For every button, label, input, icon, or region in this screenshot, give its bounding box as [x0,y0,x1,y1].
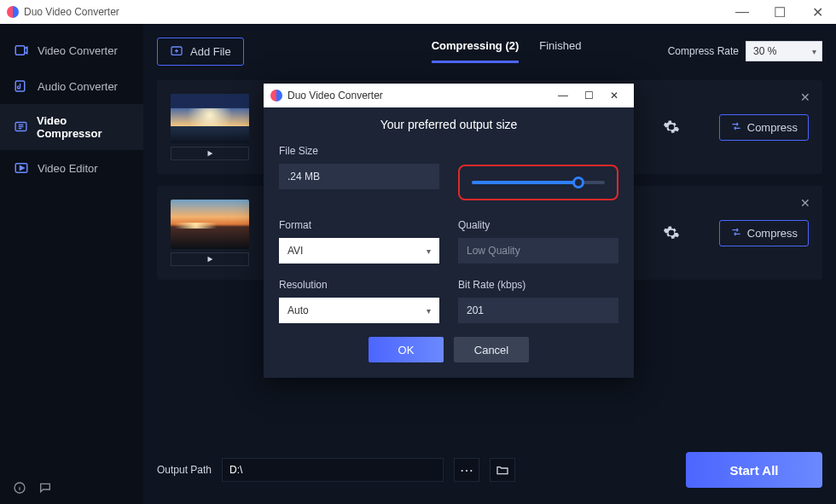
sidebar-item-label: Audio Converter [38,80,118,93]
compress-rate-label: Compress Rate [668,45,739,57]
file-size-label: File Size [279,145,439,157]
compress-rate-value: 30 % [753,45,776,57]
svg-rect-0 [15,46,25,55]
dialog-titlebar: Duo Video Converter ― ☐ ✕ [264,84,634,107]
add-file-icon [170,43,183,60]
tab-compressing[interactable]: Compressing (2) [432,39,520,63]
sidebar-item-video-compressor[interactable]: Video Compressor [0,104,143,150]
resolution-select[interactable]: Auto▾ [279,298,439,323]
cancel-button[interactable]: Cancel [454,337,529,362]
sidebar-item-video-converter[interactable]: Video Converter [0,32,143,68]
dialog-minimize-button[interactable]: ― [550,90,576,101]
bitrate-input[interactable]: 201 [458,298,618,323]
settings-gear-icon[interactable] [661,223,682,243]
remove-item-button[interactable]: ✕ [800,90,810,104]
window-minimize-button[interactable]: ― [723,0,761,24]
compress-label: Compress [747,121,798,134]
chevron-down-icon: ▾ [427,306,431,316]
file-size-slider[interactable] [458,165,618,200]
video-converter-icon [14,43,29,58]
sidebar-item-label: Video Compressor [37,114,130,140]
play-button[interactable] [171,252,249,266]
compress-label: Compress [747,227,798,240]
dialog-heading: Your preferred output size [279,118,618,131]
sidebar-item-audio-converter[interactable]: Audio Converter [0,68,143,104]
output-path-label: Output Path [157,464,212,476]
resolution-label: Resolution [279,279,439,291]
tab-finished[interactable]: Finished [539,39,581,63]
compress-icon [730,120,742,135]
format-label: Format [279,219,439,231]
sidebar-item-label: Video Converter [38,44,118,57]
sidebar-item-label: Video Editor [38,162,98,175]
dialog-maximize-button[interactable]: ☐ [576,90,601,101]
bitrate-label: Bit Rate (kbps) [458,279,618,291]
svg-marker-7 [208,151,213,157]
svg-marker-8 [208,257,213,263]
window-close-button[interactable]: ✕ [798,0,836,24]
output-path-input[interactable]: D:\ [222,458,444,482]
feedback-icon[interactable] [38,480,53,495]
dialog-close-button[interactable]: ✕ [601,90,627,101]
output-size-dialog: Duo Video Converter ― ☐ ✕ Your preferred… [264,84,634,378]
compress-button[interactable]: Compress [719,220,809,246]
settings-gear-icon[interactable] [661,117,682,137]
video-editor-icon [14,160,29,176]
slider-handle[interactable] [572,177,584,188]
start-all-button[interactable]: Start All [686,452,822,488]
add-file-label: Add File [190,45,231,58]
browse-path-button[interactable]: ⋯ [454,458,479,482]
chevron-down-icon: ▾ [812,47,816,56]
sidebar: Video Converter Audio Converter Video Co… [0,24,143,504]
app-title: Duo Video Converter [24,6,723,18]
dialog-title: Duo Video Converter [287,90,383,101]
quality-value: Low Quality [458,238,618,264]
info-icon[interactable] [12,480,27,495]
remove-item-button[interactable]: ✕ [800,196,810,210]
svg-marker-4 [20,166,25,171]
compress-icon [730,226,742,240]
chevron-down-icon: ▾ [427,246,431,256]
add-file-button[interactable]: Add File [157,38,244,66]
format-select[interactable]: AVI▾ [279,238,439,264]
quality-label: Quality [458,219,618,231]
window-maximize-button[interactable]: ☐ [761,0,798,24]
ok-button[interactable]: OK [369,337,444,362]
compress-rate-select[interactable]: 30 % ▾ [746,41,822,61]
titlebar: Duo Video Converter ― ☐ ✕ [0,0,836,24]
file-size-value: .24 MB [279,164,439,189]
app-logo-icon [7,6,19,18]
compress-button[interactable]: Compress [719,114,809,141]
video-thumbnail [171,200,249,249]
video-compressor-icon [14,119,28,135]
open-folder-button[interactable] [490,458,515,482]
video-thumbnail [171,94,249,143]
play-button[interactable] [171,147,249,160]
app-logo-icon [270,90,282,101]
audio-converter-icon [14,78,29,94]
sidebar-item-video-editor[interactable]: Video Editor [0,150,143,186]
